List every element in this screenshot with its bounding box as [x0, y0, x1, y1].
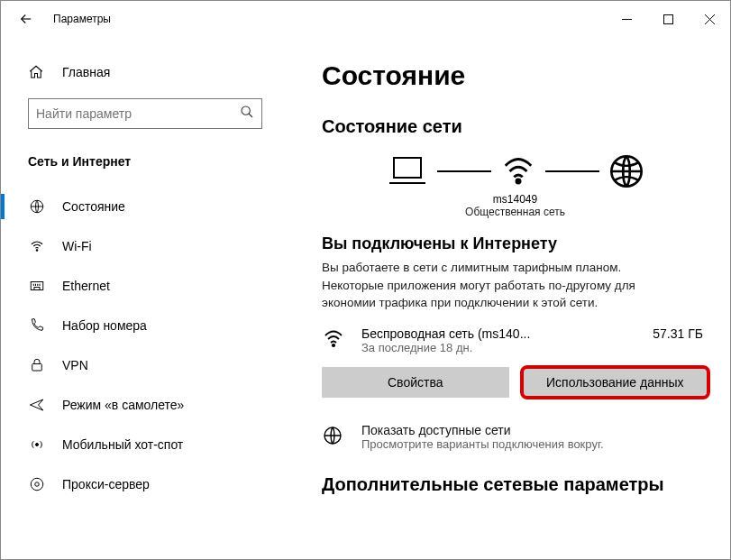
airplane-icon: [28, 397, 46, 413]
network-type: Общественная сеть: [322, 206, 708, 218]
home-link[interactable]: Главная: [1, 55, 289, 93]
status-heading: Состояние сети: [322, 116, 708, 137]
wifi-icon: [28, 238, 46, 254]
home-label: Главная: [62, 65, 110, 79]
connection-row: Беспроводная сеть (ms140... За последние…: [322, 326, 708, 354]
globe-icon: [322, 423, 349, 451]
show-networks-link[interactable]: Показать доступные сети Просмотрите вари…: [322, 423, 708, 451]
vpn-icon: [28, 357, 46, 373]
svg-point-8: [36, 444, 39, 446]
sidebar-item-label: Прокси-сервер: [62, 477, 150, 491]
connection-usage: 57.31 ГБ: [653, 326, 708, 341]
back-button[interactable]: [10, 3, 42, 35]
svg-rect-5: [31, 282, 43, 290]
main-panel: Состояние Состояние сети ms14049 Обществ…: [289, 37, 730, 559]
connection-name: Беспроводная сеть (ms140...: [361, 326, 653, 341]
titlebar: Параметры: [1, 1, 730, 37]
dialup-icon: [28, 317, 46, 334]
search-box[interactable]: [28, 98, 262, 129]
show-networks-title: Показать доступные сети: [361, 423, 604, 437]
svg-rect-1: [663, 14, 672, 23]
window-title: Параметры: [53, 13, 111, 25]
data-usage-button[interactable]: Использование данных: [522, 367, 709, 398]
diagram-line: [437, 170, 491, 172]
diagram-line: [545, 170, 599, 172]
connection-period: За последние 18 дн.: [361, 341, 653, 354]
svg-point-14: [333, 344, 334, 345]
connected-heading: Вы подключены к Интернету: [322, 234, 708, 253]
search-icon: [240, 105, 254, 123]
button-row: Свойства Использование данных: [322, 367, 708, 398]
nav-list: Состояние Wi-Fi Ethernet Набор номера: [1, 187, 289, 504]
category-heading: Сеть и Интернет: [1, 145, 289, 181]
additional-params-heading: Дополнительные сетевые параметры: [322, 474, 708, 495]
proxy-icon: [28, 476, 46, 492]
window-controls: [606, 5, 730, 33]
sidebar: Главная Сеть и Интернет Состояние Wi-Fi: [1, 37, 289, 559]
globe-icon: [608, 153, 644, 189]
sidebar-item-hotspot[interactable]: Мобильный хот-спот: [1, 425, 289, 464]
network-diagram: [322, 153, 708, 189]
svg-point-9: [31, 478, 43, 491]
svg-rect-6: [34, 288, 40, 290]
sidebar-item-dialup[interactable]: Набор номера: [1, 306, 289, 345]
svg-point-10: [35, 482, 40, 487]
svg-point-2: [242, 106, 250, 115]
minimize-button[interactable]: [606, 5, 647, 33]
svg-point-12: [516, 179, 519, 183]
svg-point-4: [36, 250, 38, 252]
sidebar-item-label: Wi-Fi: [62, 239, 92, 253]
svg-rect-7: [32, 364, 42, 372]
sidebar-item-status[interactable]: Состояние: [1, 187, 289, 226]
connected-text: Вы работаете в сети с лимитным тарифным …: [322, 259, 682, 312]
search-input[interactable]: [36, 106, 240, 121]
wifi-icon: [322, 326, 349, 353]
sidebar-item-wifi[interactable]: Wi-Fi: [1, 226, 289, 266]
hotspot-icon: [28, 436, 46, 453]
sidebar-item-airplane[interactable]: Режим «в самолете»: [1, 385, 289, 425]
home-icon: [28, 64, 46, 80]
svg-rect-0: [622, 19, 632, 20]
maximize-button[interactable]: [647, 5, 689, 33]
svg-rect-11: [394, 158, 421, 178]
page-title: Состояние: [322, 60, 708, 91]
network-name: ms14049: [322, 193, 708, 206]
sidebar-item-label: Режим «в самолете»: [62, 398, 184, 412]
properties-button[interactable]: Свойства: [322, 367, 509, 398]
close-button[interactable]: [689, 5, 730, 33]
laptop-icon: [387, 154, 428, 188]
sidebar-item-label: VPN: [62, 358, 88, 372]
show-networks-sub: Просмотрите варианты подключения вокруг.: [361, 437, 604, 451]
sidebar-item-label: Состояние: [62, 199, 125, 214]
sidebar-item-vpn[interactable]: VPN: [1, 345, 289, 385]
wifi-icon: [500, 154, 536, 188]
sidebar-item-proxy[interactable]: Прокси-сервер: [1, 464, 289, 504]
sidebar-item-label: Набор номера: [62, 318, 147, 333]
sidebar-item-label: Ethernet: [62, 279, 110, 293]
globe-icon: [28, 198, 46, 215]
ethernet-icon: [28, 278, 46, 294]
sidebar-item-label: Мобильный хот-спот: [62, 437, 183, 452]
sidebar-item-ethernet[interactable]: Ethernet: [1, 266, 289, 306]
